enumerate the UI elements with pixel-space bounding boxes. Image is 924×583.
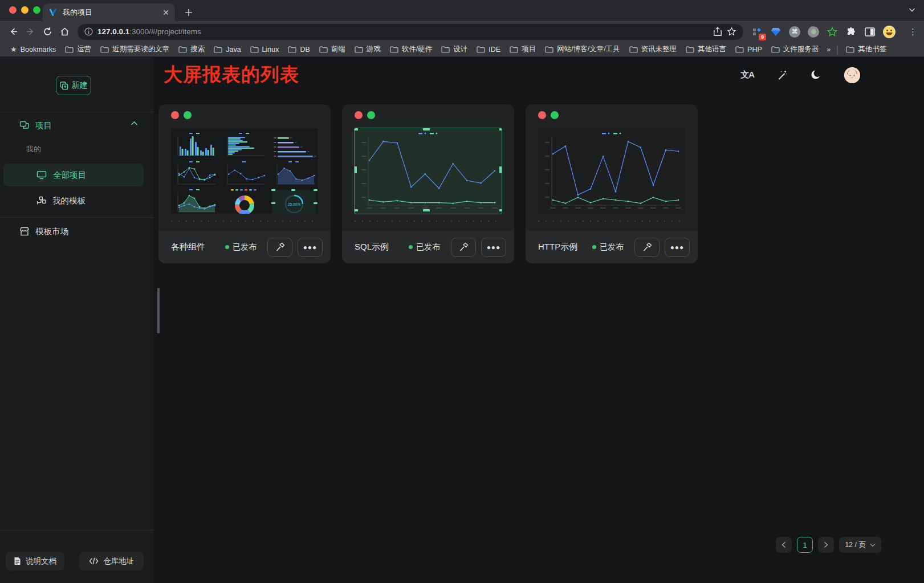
bookmark-folder[interactable]: 网站/博客/文章/工具 — [542, 43, 623, 55]
dotted-divider — [538, 221, 685, 222]
blocks-extension-icon[interactable]: 9 — [751, 26, 763, 38]
bookmark-folder[interactable]: 项目 — [506, 43, 539, 55]
profile-avatar[interactable] — [883, 26, 895, 38]
project-title: SQL示例 — [355, 242, 409, 252]
bookmark-folder[interactable]: 软件/硬件 — [386, 43, 435, 55]
zoom-window-button[interactable] — [33, 6, 40, 14]
bookmark-folder[interactable]: 运营 — [62, 43, 95, 55]
chrome-menu-icon[interactable]: ⋮ — [909, 27, 918, 37]
record-extension-icon[interactable] — [808, 26, 819, 38]
bookmark-folder[interactable]: IDE — [473, 44, 504, 55]
more-options-button[interactable]: ●●● — [298, 238, 323, 257]
minimize-window-button[interactable] — [21, 6, 29, 14]
sidebar-item-my-templates[interactable]: 我的模板 — [36, 193, 86, 209]
card-window-dots — [538, 111, 559, 119]
bookmark-folder[interactable]: 前端 — [316, 43, 349, 55]
folder-icon — [771, 46, 780, 53]
new-project-button[interactable]: 新建 — [56, 76, 91, 95]
project-card[interactable]: SQL示例 已发布 ●●● — [342, 104, 514, 263]
command-extension-icon[interactable]: ⌘ — [789, 26, 800, 38]
edit-hammer-button[interactable] — [267, 238, 292, 257]
star-icon: ★ — [10, 45, 17, 54]
bookmark-folder[interactable]: 设计 — [438, 43, 471, 55]
share-icon[interactable] — [713, 27, 722, 36]
bookmarks-divider — [837, 45, 838, 54]
tab-strip: 我的项目 ✕ — [0, 0, 924, 21]
code-icon — [89, 557, 99, 565]
tab-search-chevron-icon[interactable] — [908, 6, 916, 14]
prev-page-button[interactable] — [776, 537, 792, 553]
magic-wand-icon[interactable] — [777, 70, 788, 80]
sidebar-item-all-projects[interactable]: 全部项目 — [3, 164, 144, 186]
template-flow-icon — [36, 196, 47, 206]
tab-close-icon[interactable]: ✕ — [162, 8, 169, 17]
project-thumbnail-line-chart — [538, 128, 685, 214]
user-avatar[interactable] — [844, 67, 860, 83]
chevron-down-icon — [870, 543, 876, 547]
close-window-button[interactable] — [9, 6, 17, 14]
language-icon[interactable]: 文A — [740, 70, 754, 80]
green-dot — [551, 111, 559, 119]
bookmarks-overflow-chevron[interactable]: » — [824, 46, 833, 54]
bookmark-folder[interactable]: 资讯未整理 — [626, 43, 681, 55]
project-thumbnail-line-chart — [355, 128, 502, 214]
folder-icon — [100, 46, 109, 53]
pagination: 1 12 / 页 — [776, 537, 881, 553]
forward-button[interactable] — [22, 23, 39, 40]
chevron-up-icon[interactable] — [131, 121, 138, 126]
status-badge: 已发布 — [409, 242, 440, 252]
url-text[interactable]: 127.0.0.1:3000/#/project/items — [97, 27, 709, 36]
back-button[interactable] — [5, 23, 22, 40]
edit-hammer-button[interactable] — [451, 238, 476, 257]
bookmark-folder[interactable]: DB — [284, 44, 313, 55]
new-tab-button[interactable] — [181, 5, 196, 20]
other-bookmarks[interactable]: 其他书签 — [842, 43, 890, 55]
next-page-button[interactable] — [818, 537, 834, 553]
folder-icon — [545, 46, 553, 53]
browser-tab[interactable]: 我的项目 ✕ — [43, 3, 175, 21]
bookmark-folder[interactable]: 搜索 — [175, 43, 208, 55]
current-page-button[interactable]: 1 — [797, 537, 813, 553]
status-badge: 已发布 — [592, 242, 624, 252]
bookmarks-root[interactable]: ★ Bookmarks — [7, 44, 59, 55]
bookmark-folder[interactable]: 游戏 — [351, 43, 384, 55]
repo-button[interactable]: 仓库地址 — [79, 552, 144, 570]
site-info-icon[interactable] — [84, 27, 93, 36]
sidebar-item-template-market[interactable]: 模板市场 — [19, 223, 68, 239]
url-bar[interactable]: 127.0.0.1:3000/#/project/items — [78, 24, 743, 40]
dark-mode-moon-icon[interactable] — [811, 70, 821, 80]
bookmark-folder[interactable]: 近期需要读的文章 — [97, 43, 173, 55]
bookmark-star-icon[interactable] — [727, 27, 736, 36]
folder-icon — [510, 46, 518, 53]
status-dot — [225, 245, 229, 249]
browser-window: 我的项目 ✕ 127.0.0.1:3000/#/project/items — [0, 0, 924, 583]
project-card[interactable]: 25.00% 各种组件 已发布 ●●● — [158, 104, 331, 263]
gem-extension-icon[interactable] — [770, 26, 781, 38]
project-thumbnail-widgets: 25.00% — [171, 128, 318, 214]
bookmark-folder[interactable]: 其他语言 — [682, 43, 730, 55]
docs-button[interactable]: 说明文档 — [6, 552, 64, 570]
puzzle-extensions-icon[interactable] — [845, 26, 857, 38]
more-options-button[interactable]: ●●● — [481, 238, 506, 257]
reload-button[interactable] — [39, 23, 56, 40]
bookmark-folder[interactable]: 文件服务器 — [768, 43, 823, 55]
bookmark-folder[interactable]: Linux — [247, 44, 283, 55]
edit-hammer-button[interactable] — [634, 238, 660, 257]
home-button[interactable] — [56, 23, 73, 40]
project-card[interactable]: HTTP示例 已发布 ●●● — [526, 104, 698, 263]
tab-title: 我的项目 — [63, 7, 157, 18]
card-window-dots — [171, 111, 192, 119]
side-panel-icon[interactable] — [864, 26, 876, 38]
dotted-divider — [355, 221, 502, 222]
bookmark-folder[interactable]: PHP — [732, 44, 766, 55]
green-star-extension-icon[interactable] — [827, 26, 838, 38]
window-controls — [9, 6, 40, 14]
url-host: 127.0.0.1 — [97, 27, 129, 36]
folder-icon — [65, 46, 74, 53]
extensions-area: 9 ⌘ ⋮ — [751, 26, 918, 38]
more-options-button[interactable]: ●●● — [665, 238, 690, 257]
bookmark-folder[interactable]: Java — [210, 44, 244, 55]
sidebar-section-project[interactable]: 项目 — [19, 117, 52, 133]
page-size-select[interactable]: 12 / 页 — [839, 537, 881, 553]
red-dot — [171, 111, 179, 119]
